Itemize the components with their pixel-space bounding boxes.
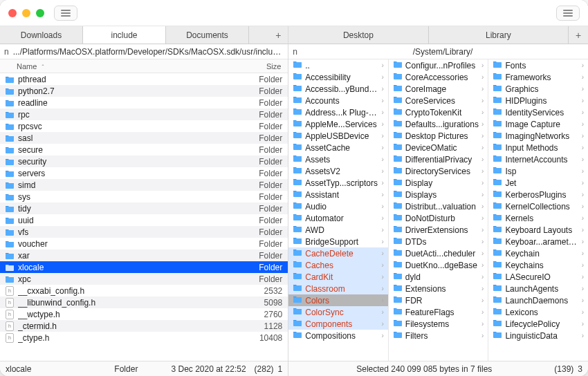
list-row[interactable]: secureFolder <box>0 144 288 156</box>
column-item[interactable]: Accessibility› <box>288 71 388 83</box>
column-item[interactable]: Jet› <box>488 177 588 189</box>
column-item[interactable]: BridgeSupport› <box>288 236 388 247</box>
list-row[interactable]: pthreadFolder <box>0 73 288 85</box>
column-item[interactable]: DoNotDisturb› <box>389 212 488 224</box>
column-item[interactable]: CoreAccessories› <box>389 71 488 83</box>
column-item[interactable]: KerberosPlugins› <box>488 189 588 200</box>
column-item[interactable]: Isp› <box>488 165 588 177</box>
column-item[interactable]: KernelCollections› <box>488 200 588 212</box>
column-item[interactable]: ColorSync› <box>288 306 388 318</box>
column-item[interactable]: Frameworks› <box>488 71 588 83</box>
column-item[interactable]: Filesystems› <box>389 318 488 330</box>
column-item[interactable]: FDR› <box>389 294 488 306</box>
column-item[interactable]: LifecyclePolicy› <box>488 318 588 330</box>
list-row[interactable]: rpcsvcFolder <box>0 120 288 132</box>
column-item[interactable]: HIDPlugins› <box>488 95 588 106</box>
column-item[interactable]: IdentityServices› <box>488 106 588 118</box>
column-item[interactable]: Desktop Pictures› <box>389 130 488 142</box>
column-header-size[interactable]: Size <box>246 62 288 70</box>
column-item[interactable]: DuetActi...cheduler› <box>389 247 488 259</box>
list-row[interactable]: saslFolder <box>0 132 288 144</box>
column-item[interactable]: AssetsV2› <box>288 165 388 177</box>
column-item[interactable]: Address...k Plug-Ins› <box>288 106 388 118</box>
column-item[interactable]: Kernels› <box>488 212 588 224</box>
column[interactable]: ..›Accessibility›Accessib...yBundles›Acc… <box>288 59 389 361</box>
tab-include[interactable]: include <box>83 26 166 44</box>
column-item[interactable]: Components› <box>288 318 388 330</box>
column-item[interactable]: DriverExtensions› <box>389 224 488 236</box>
column-item[interactable]: CoreServices› <box>389 95 488 106</box>
column-item[interactable]: FeatureFlags› <box>389 306 488 318</box>
left-pathbar[interactable]: n .../Platforms/MacOSX.platform/Develope… <box>0 44 288 59</box>
left-toolbar-button[interactable] <box>54 6 77 21</box>
column-item[interactable]: InternetAccounts› <box>488 153 588 165</box>
column-item[interactable]: DeviceOMatic› <box>389 142 488 153</box>
column-item[interactable]: AppleMe...Services› <box>288 118 388 130</box>
zoom-window-button[interactable] <box>36 9 44 17</box>
column-item[interactable]: LinguisticData› <box>488 330 588 341</box>
tab-downloads[interactable]: Downloads <box>0 26 83 44</box>
column-item[interactable]: Accessib...yBundles› <box>288 83 388 95</box>
column-item[interactable]: CacheDelete› <box>288 247 388 259</box>
column-item[interactable]: DTDs› <box>389 236 488 247</box>
list-row[interactable]: xpcFolder <box>0 273 288 285</box>
tab-desktop[interactable]: Desktop <box>288 26 428 44</box>
minimize-window-button[interactable] <box>22 9 30 17</box>
column-item[interactable]: Fonts› <box>488 59 588 71</box>
left-file-list[interactable]: pthreadFolderpython2.7FolderreadlineFold… <box>0 73 288 361</box>
column-item[interactable]: Lexicons› <box>488 306 588 318</box>
column-item[interactable]: Defaults...igurations› <box>389 118 488 130</box>
column-item[interactable]: AWD› <box>288 224 388 236</box>
right-pathbar[interactable]: n /System/Library/ <box>288 44 588 59</box>
column-item[interactable]: AppleUSBDevice› <box>288 130 388 142</box>
column-item[interactable]: Extensions› <box>389 283 488 294</box>
column-item[interactable]: dyld› <box>389 271 488 283</box>
column-item[interactable]: Caches› <box>288 259 388 271</box>
column-item[interactable]: Configur...nProfiles› <box>389 59 488 71</box>
column-item[interactable]: AssetTyp...scriptors› <box>288 177 388 189</box>
list-row[interactable]: vfsFolder <box>0 226 288 238</box>
column-item[interactable]: CardKit› <box>288 271 388 283</box>
column-item[interactable]: Automator› <box>288 212 388 224</box>
close-window-button[interactable] <box>8 9 17 17</box>
list-row[interactable]: h_ctermid.h1128 <box>0 320 288 332</box>
list-row[interactable]: tidyFolder <box>0 203 288 214</box>
column-item[interactable]: LASecureIO› <box>488 271 588 283</box>
column[interactable]: Fonts›Frameworks›Graphics›HIDPlugins›Ide… <box>488 59 588 361</box>
column-item[interactable]: Classroom› <box>288 283 388 294</box>
column-item[interactable]: Keychains› <box>488 259 588 271</box>
column-item[interactable]: DifferentialPrivacy› <box>389 153 488 165</box>
list-row[interactable]: h__cxxabi_config.h2532 <box>0 285 288 297</box>
column[interactable]: Configur...nProfiles›CoreAccessories›Cor… <box>389 59 489 361</box>
list-row[interactable]: h__libunwind_config.h5098 <box>0 297 288 308</box>
list-row[interactable]: securityFolder <box>0 156 288 167</box>
column-item[interactable]: Distribut...valuation› <box>389 200 488 212</box>
column-item[interactable]: DuetKno...dgeBase› <box>389 259 488 271</box>
column-item[interactable]: CryptoTokenKit› <box>389 106 488 118</box>
list-row[interactable]: readlineFolder <box>0 97 288 109</box>
list-row[interactable]: simdFolder <box>0 179 288 191</box>
column-header-name[interactable]: Name ˆ <box>0 62 246 70</box>
column-item[interactable]: Audio› <box>288 200 388 212</box>
list-row[interactable]: voucherFolder <box>0 238 288 250</box>
column-item[interactable]: Assets› <box>288 153 388 165</box>
column-item[interactable]: CoreImage› <box>389 83 488 95</box>
list-row[interactable]: rpcFolder <box>0 109 288 120</box>
column-item[interactable]: LaunchAgents› <box>488 283 588 294</box>
tab-add-button[interactable]: + <box>569 26 588 44</box>
tab-library[interactable]: Library <box>429 26 569 44</box>
column-item[interactable]: Keychain› <box>488 247 588 259</box>
column-item[interactable]: Keyboar...arameters› <box>488 236 588 247</box>
column-item[interactable]: Assistant› <box>288 189 388 200</box>
column-item[interactable]: Display› <box>389 177 488 189</box>
column-item[interactable]: Compositions› <box>288 330 388 341</box>
column-item[interactable]: Input Methods› <box>488 142 588 153</box>
list-row[interactable]: xarFolder <box>0 250 288 261</box>
tab-documents[interactable]: Documents <box>166 26 249 44</box>
list-row[interactable]: sysFolder <box>0 191 288 203</box>
list-row[interactable]: uuidFolder <box>0 214 288 226</box>
list-row[interactable]: python2.7Folder <box>0 85 288 97</box>
column-item[interactable]: Displays› <box>389 189 488 200</box>
column-item[interactable]: ImagingNetworks› <box>488 130 588 142</box>
column-item[interactable]: Filters› <box>389 330 488 341</box>
